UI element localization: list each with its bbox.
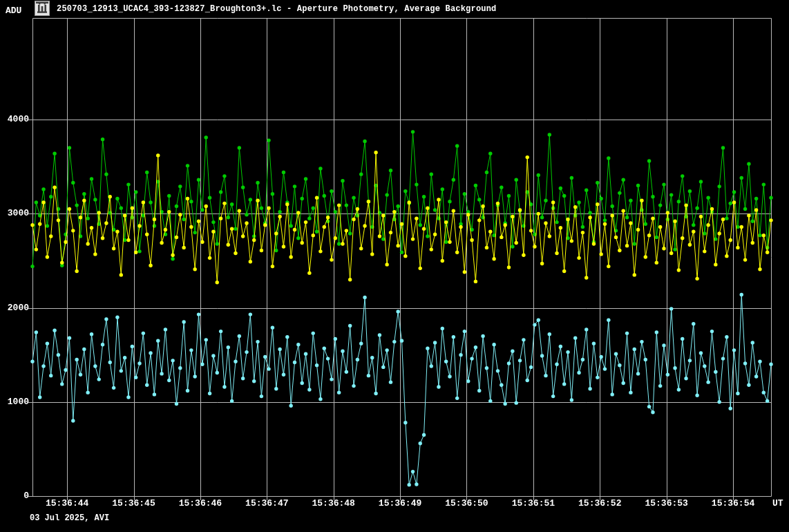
x-axis-unit-label: UT [772,498,783,509]
x-tick-label: 15:36:49 [379,498,421,509]
y-tick-label: 1000 [1,397,29,407]
window-title: 250703_12913_UCAC4_393-123827_Broughton3… [57,4,497,14]
x-tick-label: 15:36:53 [645,498,687,509]
y-axis-unit-label: ADU [6,6,21,16]
x-tick-label: 15:36:47 [245,498,288,509]
app-icon [35,1,50,16]
x-tick-label: 15:36:45 [112,498,155,509]
x-tick-label: 15:36:44 [46,498,88,509]
x-tick-label: 15:36:52 [578,498,621,509]
x-tick-label: 15:36:46 [179,498,222,509]
y-tick-label: 0 [1,491,29,501]
x-tick-label: 15:36:48 [312,498,354,509]
x-tick-label: 15:36:54 [712,498,754,509]
x-tick-label: 15:36:51 [512,498,555,509]
x-tick-label: 15:36:50 [445,498,488,509]
recording-info-label: 03 Jul 2025, AVI [30,513,109,523]
y-tick-label: 4000 [1,114,29,124]
y-tick-label: 3000 [1,208,29,218]
photometry-window: ADU 250703_12913_UCAC4_393-123827_Brough… [0,0,789,532]
light-curve-plot[interactable] [0,0,789,532]
y-tick-label: 2000 [1,303,29,313]
